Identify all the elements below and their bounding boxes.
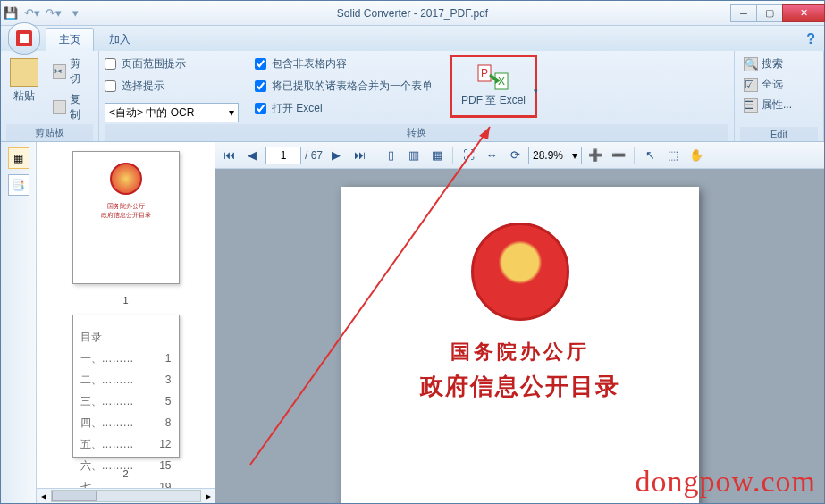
sidebar-bookmarks[interactable]: 📑 [8, 174, 29, 196]
copy-icon [53, 100, 66, 114]
window-title: Solid Converter - 2017_PDF.pdf [337, 7, 488, 20]
tab-add[interactable]: 加入 [96, 28, 144, 51]
cut-icon: ✂ [53, 64, 66, 79]
close-button[interactable]: ✕ [782, 4, 825, 22]
nav-prev-icon[interactable]: ◀ [242, 146, 262, 165]
maximize-button[interactable]: ▢ [756, 4, 783, 22]
titlebar: 💾 ↶▾ ↷▾ ▾ Solid Converter - 2017_PDF.pdf… [1, 1, 824, 26]
paste-label: 粘贴 [13, 88, 35, 104]
nav-first-icon[interactable]: ⏮ [219, 146, 239, 165]
sidebar: ▦ 📑 [1, 142, 37, 503]
svg-text:P: P [481, 67, 488, 80]
group-convert-label: 转换 [105, 124, 728, 141]
select-tool-icon[interactable]: ↖ [640, 146, 660, 165]
app-button[interactable] [8, 22, 40, 55]
thumbnail-page-2[interactable]: 目录 一、………1 二、………3 三、………5 四、………8 五、………12 六… [72, 315, 180, 458]
search-icon: 🔍 [744, 57, 758, 71]
check-merge-tables[interactable]: 将已提取的诸表格合并为一个表单 [255, 77, 442, 96]
view-continuous-icon[interactable]: ▥ [404, 146, 424, 165]
rotate-icon[interactable]: ⟳ [505, 146, 525, 165]
qat-more-icon[interactable]: ▾ [65, 4, 85, 23]
fit-page-icon[interactable]: ⛶ [459, 146, 478, 165]
properties-icon: ☰ [744, 98, 758, 113]
page-1: 国务院办公厅 政府信息公开目录 二〇一七年 [341, 187, 699, 503]
thumb-2-label: 2 [122, 468, 128, 479]
select-all-button[interactable]: ☑全选 [740, 75, 796, 94]
doc-title-1: 国务院办公厅 [450, 339, 590, 365]
qat-save-icon[interactable]: 💾 [1, 4, 21, 23]
view-facing-icon[interactable]: ▦ [427, 146, 447, 165]
zoom-dropdown[interactable]: 28.9%▾ [528, 147, 582, 164]
ocr-dropdown[interactable]: <自动> 中的 OCR▾ [105, 103, 239, 122]
paste-button[interactable]: 粘贴 [6, 55, 42, 107]
paste-icon [10, 58, 38, 87]
qat-undo-icon[interactable]: ↶▾ [22, 4, 42, 23]
app-icon [14, 29, 34, 48]
minimize-button[interactable]: ─ [730, 4, 757, 22]
document-viewer[interactable]: 国务院办公厅 政府信息公开目录 二〇一七年 [215, 169, 824, 503]
chevron-down-icon: ▾ [534, 87, 538, 96]
watermark: dongpow.com [636, 465, 816, 499]
qat-redo-icon[interactable]: ↷▾ [44, 4, 63, 23]
doc-title-2: 政府信息公开目录 [420, 371, 620, 402]
properties-button[interactable]: ☰属性... [740, 96, 796, 114]
marquee-tool-icon[interactable]: ⬚ [663, 146, 683, 165]
viewer-toolbar: ⏮ ◀ / 67 ▶ ⏭ ▯ ▥ ▦ ⛶ ↔ ⟳ 28.9%▾ ➕ ➖ ↖ ⬚ [215, 142, 824, 169]
fit-width-icon[interactable]: ↔ [482, 146, 501, 165]
sidebar-thumbnails[interactable]: ▦ [8, 147, 29, 169]
check-page-range[interactable]: 页面范围提示 [105, 55, 248, 73]
national-emblem-icon [471, 223, 569, 321]
svg-rect-1 [20, 34, 29, 43]
nav-last-icon[interactable]: ⏭ [349, 146, 369, 165]
pdf-to-excel-icon: PX [477, 64, 509, 93]
nav-next-icon[interactable]: ▶ [326, 146, 346, 165]
ribbon-tabs: 主页 加入 ? [1, 26, 824, 51]
select-all-icon: ☑ [744, 78, 758, 92]
check-open-excel[interactable]: 打开 Excel [255, 99, 442, 118]
thumbnail-page-1[interactable]: 国务院办公厅 政府信息公开目录 [72, 151, 180, 284]
check-non-table[interactable]: 包含非表格内容 [255, 55, 442, 73]
pdf-to-excel-button[interactable]: PX PDF 至 Excel ▾ [450, 55, 537, 118]
chevron-down-icon: ▾ [229, 106, 234, 119]
thumbnail-panel: 国务院办公厅 政府信息公开目录 1 目录 一、………1 二、………3 三、………… [37, 142, 215, 488]
help-icon[interactable]: ? [806, 31, 815, 51]
check-select-prompt[interactable]: 选择提示 [105, 77, 248, 96]
group-clipboard-label: 剪贴板 [6, 124, 93, 141]
ribbon: 粘贴 ✂剪切 复制 剪贴板 页面范围提示 选择提示 <自动> 中的 OCR▾ 包… [1, 51, 824, 142]
page-total: / 67 [305, 149, 323, 162]
thumb-1-label: 1 [122, 295, 128, 306]
hand-tool-icon[interactable]: ✋ [686, 146, 706, 165]
thumb-hscroll[interactable]: ◂ ▸ [37, 488, 215, 503]
chevron-down-icon: ▾ [572, 149, 577, 162]
view-single-icon[interactable]: ▯ [381, 146, 400, 165]
tab-home[interactable]: 主页 [46, 28, 94, 51]
copy-button[interactable]: 复制 [49, 90, 93, 124]
zoom-out-icon[interactable]: ➖ [609, 146, 628, 165]
page-input[interactable] [265, 147, 301, 164]
search-button[interactable]: 🔍搜索 [740, 55, 796, 73]
cut-button[interactable]: ✂剪切 [49, 55, 93, 88]
group-edit-label: Edit [740, 127, 818, 141]
emblem-icon [110, 163, 142, 195]
zoom-in-icon[interactable]: ➕ [585, 146, 605, 165]
